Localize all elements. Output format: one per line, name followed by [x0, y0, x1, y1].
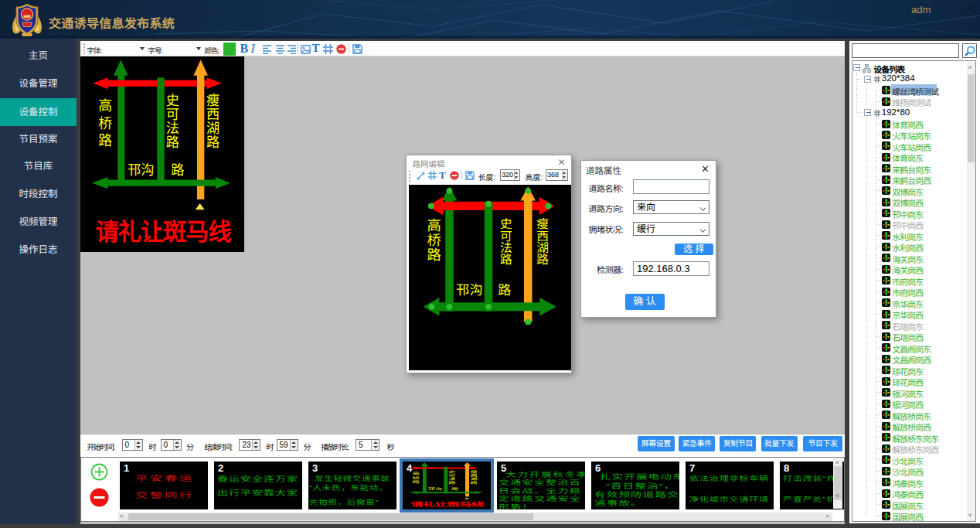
svg-text:路: 路	[166, 131, 180, 151]
svg-text:邗沟: 邗沟	[128, 159, 154, 179]
svg-text:路: 路	[536, 250, 549, 267]
svg-text:路: 路	[427, 244, 441, 264]
svg-text:路: 路	[171, 159, 185, 179]
svg-text:邗沟: 邗沟	[456, 279, 482, 298]
svg-text:路: 路	[451, 486, 459, 491]
svg-text:路: 路	[500, 250, 512, 267]
svg-text:路: 路	[98, 129, 112, 149]
svg-text:路: 路	[206, 131, 220, 151]
svg-text:路: 路	[448, 479, 456, 484]
svg-text:请礼让斑马线: 请礼让斑马线	[411, 499, 485, 509]
svg-text:高: 高	[98, 94, 112, 114]
svg-text:邗沟: 邗沟	[428, 486, 442, 491]
svg-text:路: 路	[470, 479, 478, 484]
svg-text:路: 路	[412, 479, 420, 484]
svg-text:路: 路	[498, 279, 511, 298]
svg-text:请礼让斑马线: 请礼让斑马线	[96, 212, 232, 247]
